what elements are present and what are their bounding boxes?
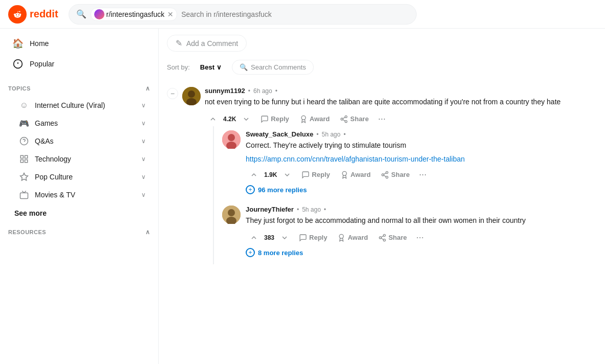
comment-meta-sunnym1192: sunnym1192 • 6h ago • bbox=[205, 87, 597, 95]
comment-body-sunnym1192: sunnym1192 • 6h ago • not even trying to… bbox=[205, 87, 597, 264]
resources-chevron-icon[interactable]: ∧ bbox=[145, 229, 150, 236]
sidebar-item-popular[interactable]: Popular bbox=[4, 54, 154, 74]
reply-body-sweaty-sack-deluxe: Sweaty_Sack_Deluxe • 5h ago • Correct. T… bbox=[246, 130, 597, 197]
sidebar-item-games[interactable]: 🎮 Games ∨ bbox=[4, 115, 154, 132]
subreddit-icon bbox=[94, 9, 104, 19]
reply-time-journey-thiefer: 5h ago bbox=[302, 206, 321, 213]
vote-section-journey-thiefer: 383 bbox=[246, 232, 293, 244]
search-comments-label: Search Comments bbox=[251, 63, 306, 71]
reply-button-journey-thiefer[interactable]: Reply bbox=[295, 232, 331, 244]
award-button-sweaty-sack-deluxe[interactable]: Award bbox=[336, 169, 375, 181]
comment-time-sunnym1192: 6h ago bbox=[253, 87, 272, 95]
see-more-button[interactable]: See more bbox=[0, 204, 158, 222]
more-options-button-sunnym1192[interactable]: ··· bbox=[375, 111, 388, 126]
downvote-button-sunnym1192[interactable] bbox=[238, 113, 254, 125]
more-options-button-sweaty-sack-deluxe[interactable]: ··· bbox=[416, 167, 429, 182]
reply-author-journey-thiefer[interactable]: JourneyThiefer bbox=[246, 206, 294, 213]
more-replies-1[interactable]: + 96 more replies bbox=[246, 182, 597, 197]
resources-label: RESOURCES bbox=[8, 229, 46, 235]
more-replies-icon-2: + bbox=[246, 248, 255, 257]
share-button-sunnym1192[interactable]: Share bbox=[336, 113, 373, 125]
comment-author-sunnym1192[interactable]: sunnym1192 bbox=[205, 87, 245, 95]
reply-button-sunnym1192[interactable]: Reply bbox=[256, 113, 293, 125]
collapse-comment-button[interactable]: − bbox=[167, 88, 178, 99]
award-button-sunnym1192[interactable]: Award bbox=[295, 113, 334, 125]
reply-author-sweaty-sack-deluxe[interactable]: Sweaty_Sack_Deluxe bbox=[246, 130, 313, 138]
more-replies-text-2: 8 more replies bbox=[258, 249, 303, 257]
vote-count-journey-thiefer: 383 bbox=[264, 234, 274, 241]
upvote-button-sunnym1192[interactable] bbox=[205, 113, 221, 125]
sort-by-label: Sort by: bbox=[167, 63, 190, 71]
qandas-icon bbox=[18, 135, 30, 147]
reply-button-sweaty-sack-deluxe[interactable]: Reply bbox=[297, 169, 334, 181]
sidebar-item-qandas[interactable]: Q&As ∨ bbox=[4, 132, 154, 150]
games-icon: 🎮 bbox=[18, 118, 30, 129]
award-label-journey-thiefer: Award bbox=[348, 234, 368, 241]
svg-line-38 bbox=[381, 236, 384, 237]
svg-line-20 bbox=[343, 117, 345, 119]
svg-point-18 bbox=[345, 120, 347, 122]
search-bar[interactable]: 🔍 r/interestingasfuck ✕ bbox=[69, 4, 417, 25]
movies-tv-label: Movies & TV bbox=[35, 191, 75, 199]
sidebar-item-movies-tv[interactable]: Movies & TV ∨ bbox=[4, 186, 154, 203]
svg-point-35 bbox=[379, 237, 381, 239]
award-label-sunnym1192: Award bbox=[310, 115, 330, 123]
svg-point-26 bbox=[382, 174, 384, 176]
sidebar-item-technology[interactable]: Technology ∨ bbox=[4, 150, 154, 168]
more-replies-icon-1: + bbox=[246, 185, 255, 194]
upvote-button-journey-thiefer[interactable] bbox=[246, 232, 262, 244]
sort-dropdown-button[interactable]: Best ∨ bbox=[196, 61, 226, 73]
avatar-journey-thiefer bbox=[222, 206, 241, 224]
upvote-button-sweaty-sack-deluxe[interactable] bbox=[246, 169, 262, 181]
sidebar-item-home[interactable]: 🏠 Home bbox=[4, 34, 154, 53]
award-label-sweaty-sack-deluxe: Award bbox=[351, 171, 371, 178]
more-replies-2[interactable]: + 8 more replies bbox=[246, 245, 597, 260]
technology-icon bbox=[18, 153, 30, 165]
share-label-journey-thiefer: Share bbox=[388, 234, 407, 241]
sidebar: 🏠 Home Popular TOPICS ∧ ☺ Internet Cultu… bbox=[0, 29, 159, 364]
pop-culture-icon bbox=[18, 171, 30, 183]
sort-chevron-icon: ∨ bbox=[217, 63, 222, 71]
search-comments-icon: 🔍 bbox=[240, 63, 248, 71]
internet-culture-icon: ☺ bbox=[18, 100, 30, 111]
vote-count-sweaty-sack-deluxe: 1.9K bbox=[264, 171, 277, 178]
reply-text-journey-thiefer: They just forgot to be accommodating and… bbox=[246, 215, 597, 226]
add-comment-label: Add a Comment bbox=[186, 39, 238, 48]
comment-text-sunnym1192: not even trying to be funny but i heard … bbox=[205, 97, 597, 107]
search-comments-button[interactable]: 🔍 Search Comments bbox=[232, 60, 314, 75]
topics-chevron-icon[interactable]: ∧ bbox=[145, 85, 150, 92]
sidebar-item-internet-culture[interactable]: ☺ Internet Culture (Viral) ∨ bbox=[4, 97, 154, 114]
games-chevron-icon: ∨ bbox=[141, 120, 146, 127]
resources-section-header: RESOURCES ∧ bbox=[0, 222, 158, 240]
app-container: reddit 🔍 r/interestingasfuck ✕ 🏠 Home P bbox=[0, 0, 605, 364]
more-options-button-journey-thiefer[interactable]: ··· bbox=[413, 230, 427, 245]
close-subreddit-icon[interactable]: ✕ bbox=[167, 10, 174, 18]
downvote-button-sweaty-sack-deluxe[interactable] bbox=[279, 169, 295, 181]
svg-rect-8 bbox=[25, 160, 28, 163]
svg-point-25 bbox=[386, 171, 388, 173]
svg-line-19 bbox=[343, 120, 345, 121]
subreddit-tag[interactable]: r/interestingasfuck ✕ bbox=[91, 8, 178, 21]
share-button-sweaty-sack-deluxe[interactable]: Share bbox=[377, 169, 414, 181]
downvote-button-journey-thiefer[interactable] bbox=[276, 232, 293, 244]
search-input[interactable] bbox=[181, 10, 408, 18]
reply-actions-sweaty-sack-deluxe: 1.9K Reply bbox=[246, 167, 597, 182]
main-layout: 🏠 Home Popular TOPICS ∧ ☺ Internet Cultu… bbox=[0, 29, 605, 364]
reply-link-sweaty-sack-deluxe[interactable]: https://amp.cnn.com/cnn/travel/afghanist… bbox=[246, 155, 597, 163]
vote-section-sweaty-sack-deluxe: 1.9K bbox=[246, 169, 295, 181]
share-button-journey-thiefer[interactable]: Share bbox=[374, 232, 411, 244]
svg-point-24 bbox=[342, 171, 347, 175]
logo[interactable]: reddit bbox=[8, 5, 58, 24]
add-comment-button[interactable]: ✎ Add a Comment bbox=[167, 35, 247, 52]
svg-rect-6 bbox=[20, 155, 23, 158]
pop-culture-chevron-icon: ∨ bbox=[141, 173, 146, 180]
movies-tv-chevron-icon: ∨ bbox=[141, 191, 146, 198]
sidebar-item-pop-culture[interactable]: Pop Culture ∨ bbox=[4, 168, 154, 186]
svg-rect-7 bbox=[25, 155, 28, 158]
avatar-sweaty-sack-deluxe bbox=[222, 130, 241, 149]
internet-culture-label: Internet Culture (Viral) bbox=[35, 101, 105, 109]
award-button-journey-thiefer[interactable]: Award bbox=[333, 232, 372, 244]
reply-text-sweaty-sack-deluxe: Correct. They're actively trying to stim… bbox=[246, 140, 597, 151]
topics-label: TOPICS bbox=[8, 85, 31, 92]
reply-label-sunnym1192: Reply bbox=[271, 115, 289, 123]
